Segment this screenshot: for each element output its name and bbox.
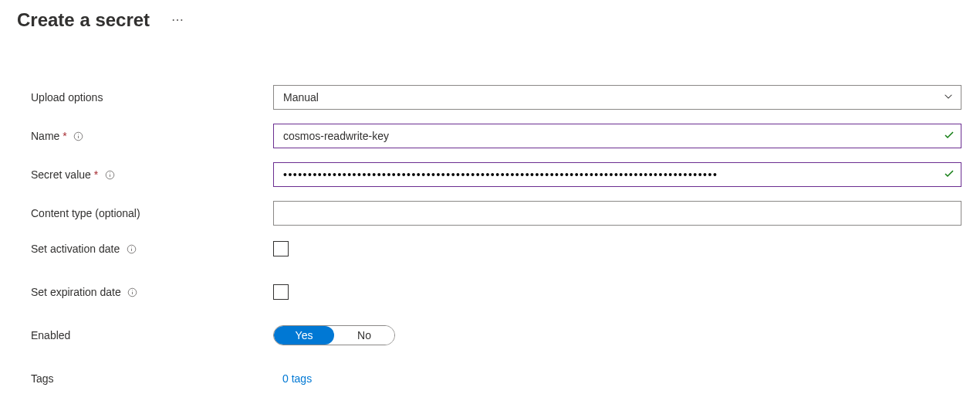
create-secret-form: Upload options Manual Name * <box>17 85 963 391</box>
secret-value-masked: ••••••••••••••••••••••••••••••••••••••••… <box>283 168 718 181</box>
expiration-date-label: Set expiration date <box>31 286 121 298</box>
content-type-input[interactable] <box>273 201 961 226</box>
tags-link[interactable]: 0 tags <box>273 372 312 385</box>
info-icon[interactable] <box>126 243 137 254</box>
info-icon[interactable] <box>104 169 115 180</box>
required-indicator: * <box>94 168 98 181</box>
secret-value-label: Secret value <box>31 168 91 181</box>
svg-point-5 <box>110 172 110 173</box>
info-icon[interactable] <box>127 287 138 297</box>
enabled-yes-option[interactable]: Yes <box>274 326 334 345</box>
page-title: Create a secret <box>17 9 150 31</box>
more-actions-icon[interactable]: ⋯ <box>171 14 184 26</box>
required-indicator: * <box>63 130 66 142</box>
name-label: Name <box>31 130 59 142</box>
enabled-label: Enabled <box>31 329 70 341</box>
secret-value-input[interactable]: ••••••••••••••••••••••••••••••••••••••••… <box>273 162 961 187</box>
upload-options-select[interactable]: Manual <box>273 85 961 110</box>
name-input[interactable] <box>273 124 961 148</box>
svg-point-11 <box>132 290 133 290</box>
activation-date-label: Set activation date <box>31 243 120 255</box>
upload-options-label: Upload options <box>31 91 103 104</box>
content-type-label: Content type (optional) <box>31 207 140 219</box>
enabled-no-option[interactable]: No <box>334 326 394 345</box>
tags-label: Tags <box>31 372 54 385</box>
svg-point-2 <box>78 134 79 134</box>
activation-date-checkbox[interactable] <box>273 241 289 256</box>
expiration-date-checkbox[interactable] <box>273 284 289 300</box>
info-icon[interactable] <box>73 131 84 141</box>
enabled-toggle: Yes No <box>273 325 395 345</box>
upload-options-value: Manual <box>283 91 319 104</box>
svg-point-8 <box>131 246 132 247</box>
